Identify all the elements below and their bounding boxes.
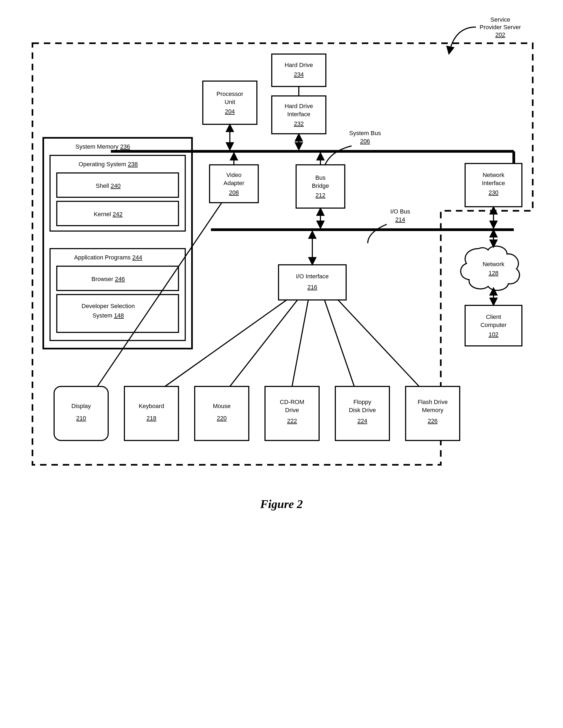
apps-num: 244	[132, 254, 142, 261]
mouse-box	[195, 386, 249, 440]
cdrom-label2: Drive	[285, 407, 299, 413]
server-label1: Service	[490, 16, 510, 23]
processor-num: 204	[225, 108, 235, 115]
keyboard-box	[124, 386, 178, 440]
cdrom-box	[265, 386, 319, 440]
client-label1: Client	[486, 313, 501, 320]
cdrom-label1: CD-ROM	[280, 399, 304, 405]
busbridge-label1: Bus	[315, 174, 326, 181]
client-label2: Computer	[481, 322, 507, 328]
keyboard-label: Keyboard	[139, 403, 164, 409]
mouse-label: Mouse	[213, 403, 231, 409]
devsel-num: 148	[114, 312, 124, 319]
shell-num: 240	[111, 182, 121, 189]
display-label: Display	[71, 403, 91, 409]
sysmem-label: System Memory	[75, 143, 118, 150]
svg-text:Shell 240: Shell 240	[96, 182, 121, 189]
hdd-box	[272, 54, 326, 86]
floppy-num: 224	[358, 418, 368, 424]
kernel-num: 242	[113, 211, 123, 218]
os-num: 238	[128, 161, 138, 168]
svg-text:Browser 246: Browser 246	[91, 276, 125, 282]
flash-num: 226	[428, 418, 438, 424]
ioif-box	[278, 265, 346, 300]
sysbus-label: System Bus	[349, 130, 381, 136]
mouse-num: 220	[217, 415, 227, 422]
ioif-label: I/O Interface	[296, 273, 329, 280]
ioif-num: 216	[308, 284, 318, 290]
conn-ioif-mouse	[230, 300, 298, 386]
network-cloud	[461, 246, 520, 290]
apps-label: Application Programs	[74, 254, 131, 261]
floppy-label2: Disk Drive	[349, 407, 376, 413]
processor-label1: Processor	[216, 91, 243, 97]
sysbus-pointer	[325, 146, 352, 166]
kernel-label: Kernel	[94, 211, 111, 218]
display-box	[54, 386, 108, 440]
video-label1: Video	[226, 172, 241, 178]
iobus-pointer	[368, 224, 387, 243]
busbridge-num: 212	[316, 192, 326, 199]
server-pointer	[449, 27, 476, 54]
netif-num: 230	[489, 189, 499, 196]
svg-text:Operating System 238: Operating System 238	[79, 161, 138, 168]
flash-box	[406, 386, 460, 440]
processor-label2: Unit	[224, 99, 235, 105]
browser-num: 246	[115, 276, 125, 282]
svg-text:System 148: System 148	[92, 312, 124, 319]
hddif-label1: Hard Drive	[285, 103, 313, 109]
floppy-label1: Floppy	[354, 399, 371, 405]
sysmem-num: 236	[120, 143, 130, 150]
svg-text:Kernel 242: Kernel 242	[94, 211, 122, 218]
conn-ioif-cdrom	[292, 300, 308, 386]
hddif-num: 232	[294, 120, 304, 127]
video-num: 208	[229, 189, 239, 196]
figure-caption: Figure 2	[260, 497, 303, 511]
browser-label: Browser	[91, 276, 113, 282]
devsel-label1: Developer Selection	[82, 303, 135, 309]
server-num: 202	[495, 31, 505, 38]
iobus-label: I/O Bus	[390, 208, 410, 215]
hdd-num: 234	[294, 71, 304, 78]
flash-label2: Memory	[422, 407, 443, 413]
os-label: Operating System	[79, 161, 126, 168]
svg-text:Application Programs 244: Application Programs 244	[74, 254, 142, 261]
devsel-label2: System	[92, 312, 112, 319]
busbridge-label2: Bridge	[312, 182, 329, 189]
client-num: 102	[489, 331, 499, 338]
netif-label2: Interface	[482, 180, 505, 186]
flash-label1: Flash Drive	[418, 399, 448, 405]
iobus-num: 214	[395, 216, 405, 223]
network-label: Network	[483, 261, 505, 268]
hddif-label2: Interface	[287, 111, 311, 118]
network-num: 128	[489, 270, 499, 276]
display-num: 210	[76, 415, 86, 422]
keyboard-num: 218	[146, 415, 156, 422]
server-label2: Provider Server	[480, 24, 521, 31]
svg-text:System Memory 236: System Memory 236	[75, 143, 130, 150]
sysbus-num: 206	[360, 138, 370, 145]
diagram-root: Service Provider Server 202 System Memor…	[0, 0, 563, 728]
hdd-label: Hard Drive	[285, 62, 313, 68]
netif-label1: Network	[483, 172, 505, 178]
shell-label: Shell	[96, 182, 109, 189]
video-label2: Adapter	[223, 180, 244, 186]
floppy-box	[335, 386, 389, 440]
cdrom-num: 222	[287, 418, 297, 424]
